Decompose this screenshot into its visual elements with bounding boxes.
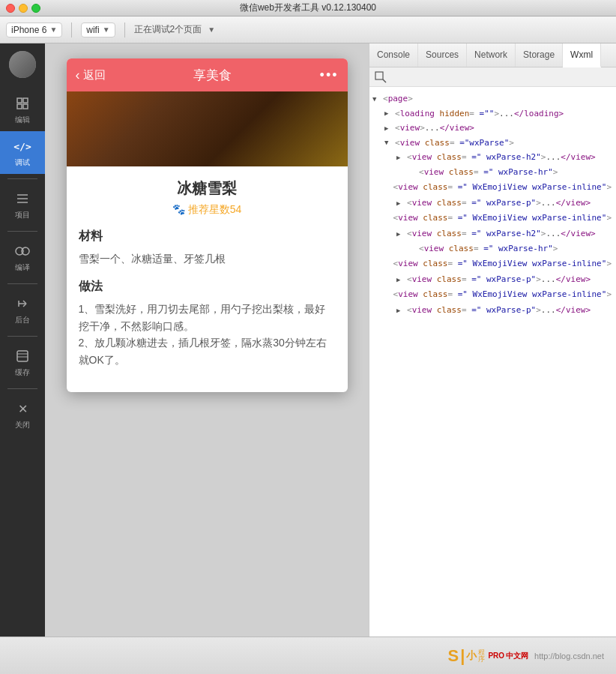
project-icon <box>13 190 31 208</box>
tree-toggle-icon[interactable] <box>384 137 395 148</box>
sidebar-divider-5 <box>7 388 37 389</box>
xml-tree-line[interactable]: <view class= ="wxParse"> <box>369 136 616 151</box>
avatar <box>9 51 36 78</box>
xml-tree-line[interactable]: <loading hidden= ="">...</loading> <box>369 106 616 121</box>
tree-toggle-icon[interactable] <box>384 108 395 118</box>
sidebar-item-translate[interactable]: 编译 <box>0 236 45 279</box>
tab-console[interactable]: Console <box>369 43 418 67</box>
toolbar-separator-2 <box>124 22 125 37</box>
xml-tree-line[interactable] <box>369 319 616 321</box>
sidebar-translate-label: 编译 <box>15 262 30 273</box>
sidebar-item-backend[interactable]: 后台 <box>0 289 45 331</box>
watermark-pro: PRO <box>488 652 504 660</box>
tab-storage-label: Storage <box>523 49 555 60</box>
phone-body: 冰糖雪梨 🐾 推荐星数54 材料 雪梨一个、冰糖适量、牙签几根 做法 1、雪梨洗… <box>67 166 348 392</box>
sidebar-edit-label: 编辑 <box>15 115 30 125</box>
xml-tree-line[interactable]: <view class= =" wxParse-p">...</view> <box>369 303 616 318</box>
device-arrow-icon: ▼ <box>49 25 57 34</box>
sidebar-debug-label: 调试 <box>15 157 30 168</box>
network-arrow-icon: ▼ <box>103 25 110 34</box>
tab-wxml-label: Wxml <box>570 49 593 60</box>
tab-network[interactable]: Network <box>467 43 516 67</box>
svg-rect-15 <box>17 351 28 361</box>
svg-rect-2 <box>17 104 22 109</box>
phone-back-button[interactable]: ‹ 返回 <box>76 67 106 83</box>
watermark-cn: 中文网 <box>506 651 528 661</box>
tab-storage[interactable]: Storage <box>516 43 563 67</box>
tab-sources[interactable]: Sources <box>418 43 467 67</box>
rating-paw-icon: 🐾 <box>172 203 185 215</box>
xml-tree-line[interactable]: <view class= =" WxEmojiView wxParse-inli… <box>369 256 616 271</box>
xml-tree-line[interactable]: <view class= =" wxParse-hr"> <box>369 165 616 180</box>
fullscreen-traffic-light[interactable] <box>31 4 40 13</box>
tree-toggle-icon[interactable] <box>372 94 383 104</box>
watermark-logo-small: 小 <box>466 649 477 663</box>
svg-rect-18 <box>375 72 383 79</box>
devtools-tabs: Console Sources Network Storage Wxml <box>369 43 616 67</box>
device-selector[interactable]: iPhone 6 ▼ <box>6 22 62 37</box>
sidebar-project-label: 项目 <box>15 210 30 220</box>
rating-text: 推荐星数54 <box>188 203 242 215</box>
debug-arrow-icon: ▼ <box>208 25 215 34</box>
xml-tree-line[interactable]: <view class= =" wxParse-hr"> <box>369 241 616 256</box>
sidebar-item-close[interactable]: ✕ 关闭 <box>0 394 45 436</box>
svg-line-19 <box>383 79 386 82</box>
sidebar-item-cache[interactable]: 缓存 <box>0 341 45 384</box>
tab-sources-label: Sources <box>426 49 459 60</box>
xml-tree[interactable]: <page><loading hidden= ="">...</loading>… <box>369 87 616 637</box>
tree-toggle-icon[interactable] <box>396 229 407 239</box>
sidebar-cache-label: 缓存 <box>15 367 30 378</box>
xml-tree-line[interactable]: <view class= =" wxParse-h2">...</view> <box>369 150 616 165</box>
network-selector[interactable]: wifi ▼ <box>81 22 115 37</box>
close-traffic-light[interactable] <box>6 4 15 13</box>
method-text: 1、雪梨洗好，用刀切去尾部，用勺子挖出梨核，最好挖干净，不然影响口感。 2、放几… <box>79 301 336 368</box>
title-bar: 微信web开发者工具 v0.12.130400 <box>0 0 616 16</box>
watermark-logo-s: S <box>448 646 459 666</box>
devtools-toolbar <box>369 67 616 87</box>
watermark-sub: 程序 <box>478 649 485 663</box>
xml-tree-line[interactable]: <view class= =" WxEmojiView wxParse-inli… <box>369 211 616 226</box>
watermark: S | 小 程序 PRO 中文网 http://blog.csdn.net <box>448 646 604 666</box>
rating-row: 🐾 推荐星数54 <box>79 203 336 217</box>
tree-toggle-icon[interactable] <box>396 274 407 285</box>
xml-tree-line[interactable]: <view class= =" wxParse-p">...</view> <box>369 272 616 287</box>
tree-toggle-icon[interactable] <box>396 198 407 208</box>
translate-icon <box>13 242 31 260</box>
tree-toggle-icon[interactable] <box>396 305 407 316</box>
close-icon: ✕ <box>13 400 31 418</box>
tab-console-label: Console <box>377 49 410 60</box>
phone-more-button[interactable]: ••• <box>320 67 339 83</box>
watermark-url: http://blog.csdn.net <box>534 652 604 661</box>
xml-tree-line[interactable]: <view class= =" wxParse-p">...</view> <box>369 196 616 211</box>
inspect-element-button[interactable] <box>374 70 387 84</box>
section-title-method: 做法 <box>79 279 336 295</box>
xml-tree-line[interactable]: <page> <box>369 91 616 106</box>
minimize-traffic-light[interactable] <box>19 4 28 13</box>
dish-name: 冰糖雪梨 <box>79 178 336 199</box>
sidebar-item-debug[interactable]: </> 调试 <box>0 131 45 174</box>
phone-frame: ‹ 返回 享美食 ••• 冰糖雪梨 🐾 推荐星数54 材料 雪梨一个、冰糖适量、… <box>67 58 348 392</box>
device-name: iPhone 6 <box>11 25 46 35</box>
tab-wxml[interactable]: Wxml <box>563 43 601 67</box>
backend-icon <box>13 295 31 313</box>
phone-title: 享美食 <box>106 67 320 84</box>
svg-rect-0 <box>17 98 22 103</box>
xml-tree-line[interactable]: <view class= =" wxParse-h2">...</view> <box>369 226 616 241</box>
sidebar-item-project[interactable]: 项目 <box>0 184 45 226</box>
avatar-image <box>9 51 36 78</box>
svg-rect-1 <box>23 98 28 103</box>
xml-tree-line[interactable]: <view class= =" WxEmojiView wxParse-inli… <box>369 180 616 195</box>
bottom-bar: S | 小 程序 PRO 中文网 http://blog.csdn.net <box>0 637 616 674</box>
network-name: wifi <box>86 25 99 35</box>
toolbar: iPhone 6 ▼ wifi ▼ 正在调试2个页面 ▼ <box>0 16 616 43</box>
tree-toggle-icon[interactable] <box>396 152 407 163</box>
sidebar-divider-1 <box>7 178 37 179</box>
cache-icon <box>13 347 31 365</box>
xml-tree-line[interactable]: <view>...</view> <box>369 121 616 136</box>
xml-tree-line[interactable]: <view class= =" WxEmojiView wxParse-inli… <box>369 287 616 302</box>
sidebar-item-edit[interactable]: 编辑 <box>0 88 45 131</box>
sidebar-divider-3 <box>7 283 37 284</box>
window-title: 微信web开发者工具 v0.12.130400 <box>240 1 376 14</box>
tree-toggle-icon[interactable] <box>384 123 395 133</box>
sidebar-divider-2 <box>7 231 37 232</box>
